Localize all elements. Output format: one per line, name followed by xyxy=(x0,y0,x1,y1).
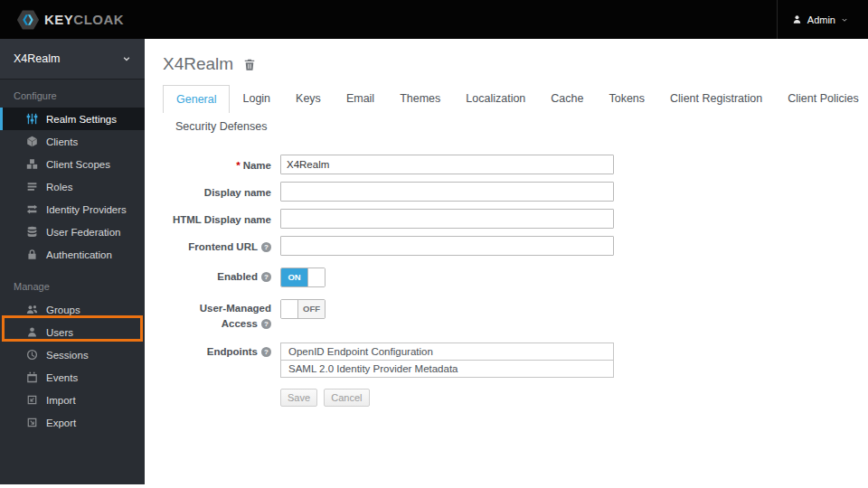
sidebar-item-label: Authentication xyxy=(46,249,112,260)
sidebar: X4Realm ConfigureRealm SettingsClientsCl… xyxy=(0,39,145,484)
realm-selector[interactable]: X4Realm xyxy=(0,39,145,80)
sidebar-item-label: Realm Settings xyxy=(46,114,117,125)
database-icon xyxy=(26,226,38,238)
keycloak-logo-icon xyxy=(16,8,40,32)
html-display-name-label: HTML Display name xyxy=(163,209,271,228)
tab-bar-row2: Security Defenses xyxy=(163,113,868,140)
user-menu-label: Admin xyxy=(807,14,835,25)
sidebar-item-label: Export xyxy=(46,418,76,428)
user-icon xyxy=(26,326,38,338)
html-display-name-input[interactable] xyxy=(280,209,614,229)
frontend-url-label: Frontend URL xyxy=(163,236,271,255)
toggle-off-label: OFF xyxy=(298,300,325,318)
section-title-manage: Manage xyxy=(0,266,145,298)
endpoint-link-2[interactable]: SAML 2.0 Identity Provider Metadata xyxy=(281,361,613,377)
keycloak-logo[interactable]: KEYCLOAK xyxy=(16,8,124,32)
toggle-handle xyxy=(281,300,298,318)
endpoint-link-1[interactable]: OpenID Endpoint Configuration xyxy=(281,343,613,361)
sidebar-item-events[interactable]: Events xyxy=(0,366,145,389)
sidebar-nav: ConfigureRealm SettingsClientsClient Sco… xyxy=(0,80,145,434)
form-row-html-display-name: HTML Display name xyxy=(163,209,868,229)
sidebar-item-authentication[interactable]: Authentication xyxy=(0,243,145,266)
top-bar: KEYCLOAK Admin xyxy=(0,0,868,39)
main-content: X4Realm GeneralLoginKeysEmailThemesLocal… xyxy=(145,39,868,488)
sidebar-item-user-federation[interactable]: User Federation xyxy=(0,221,145,243)
save-button[interactable]: Save xyxy=(280,389,317,407)
help-icon xyxy=(261,319,271,329)
user-managed-access-toggle[interactable]: OFF xyxy=(280,299,326,319)
sidebar-item-client-scopes[interactable]: Client Scopes xyxy=(0,153,145,175)
form-row-enabled: Enabled ON xyxy=(163,266,868,287)
display-name-label: Display name xyxy=(163,182,271,201)
keycloak-logo-text: KEYCLOAK xyxy=(44,12,124,27)
cancel-button[interactable]: Cancel xyxy=(324,389,369,407)
sidebar-item-groups[interactable]: Groups xyxy=(0,298,145,321)
sidebar-item-identity-providers[interactable]: Identity Providers xyxy=(0,198,145,221)
help-icon xyxy=(261,242,271,252)
sidebar-item-export[interactable]: Export xyxy=(0,411,145,434)
sliders-icon xyxy=(26,113,38,125)
tab-themes[interactable]: Themes xyxy=(387,85,453,113)
tab-tokens[interactable]: Tokens xyxy=(596,85,657,113)
lock-icon xyxy=(26,249,38,260)
form-row-name: *Name xyxy=(163,155,868,174)
name-input[interactable] xyxy=(280,155,614,174)
help-icon xyxy=(261,272,271,282)
enabled-toggle[interactable]: ON xyxy=(280,267,326,287)
tab-client-policies[interactable]: Client Policies xyxy=(775,85,868,113)
section-title-configure: Configure xyxy=(0,80,145,108)
sidebar-item-label: Users xyxy=(46,327,73,338)
tab-client-registration[interactable]: Client Registration xyxy=(657,85,775,113)
sidebar-item-label: Events xyxy=(46,372,78,383)
sidebar-item-roles[interactable]: Roles xyxy=(0,175,145,198)
form-row-user-managed-access: User-Managed Access OFF xyxy=(163,297,868,331)
tab-cache[interactable]: Cache xyxy=(538,85,596,113)
sidebar-item-realm-settings[interactable]: Realm Settings xyxy=(0,108,145,130)
clock-icon xyxy=(26,349,38,361)
sidebar-item-label: Sessions xyxy=(46,350,89,361)
name-label: *Name xyxy=(163,155,271,174)
frontend-url-input[interactable] xyxy=(280,236,614,256)
export-icon xyxy=(26,417,38,428)
chevron-down-icon xyxy=(122,54,131,63)
tab-localization[interactable]: Localization xyxy=(453,85,538,113)
realm-selector-label: X4Realm xyxy=(14,52,60,65)
tab-login[interactable]: Login xyxy=(230,85,283,113)
tab-bar: GeneralLoginKeysEmailThemesLocalizationC… xyxy=(163,85,868,113)
toggle-on-label: ON xyxy=(281,268,307,286)
sidebar-item-clients[interactable]: Clients xyxy=(0,130,145,153)
calendar-icon xyxy=(26,371,38,383)
sidebar-item-import[interactable]: Import xyxy=(0,389,145,411)
form-actions-spacer xyxy=(163,389,271,392)
sidebar-item-label: Identity Providers xyxy=(46,204,127,215)
page-title: X4Realm xyxy=(163,54,233,74)
endpoints-label: Endpoints xyxy=(163,341,271,360)
sidebar-item-label: Groups xyxy=(46,305,80,315)
display-name-input[interactable] xyxy=(280,182,614,202)
import-icon xyxy=(26,394,38,406)
tab-general[interactable]: General xyxy=(163,85,230,113)
tab-security-defenses[interactable]: Security Defenses xyxy=(163,113,279,140)
form-row-endpoints: Endpoints OpenID Endpoint ConfigurationS… xyxy=(163,341,868,378)
sidebar-item-label: Import xyxy=(46,395,76,406)
enabled-label: Enabled xyxy=(163,266,271,285)
form-row-display-name: Display name xyxy=(163,182,868,202)
group-icon xyxy=(26,304,38,315)
trash-icon[interactable] xyxy=(243,58,256,71)
realm-settings-form: *Name Display name HTML Display name Fro… xyxy=(163,155,868,407)
tab-keys[interactable]: Keys xyxy=(283,85,334,113)
sidebar-item-label: Client Scopes xyxy=(46,159,110,170)
form-row-frontend-url: Frontend URL xyxy=(163,236,868,256)
form-actions: Save Cancel xyxy=(163,389,868,407)
sidebar-item-label: Clients xyxy=(46,136,78,147)
user-menu[interactable]: Admin xyxy=(777,0,868,39)
sidebar-item-sessions[interactable]: Sessions xyxy=(0,343,145,366)
tab-email[interactable]: Email xyxy=(334,85,387,113)
required-asterisk: * xyxy=(236,160,240,171)
cubes-icon xyxy=(26,158,38,170)
user-managed-access-label: User-Managed Access xyxy=(163,297,271,331)
chevron-down-icon xyxy=(841,16,848,23)
sidebar-item-label: Roles xyxy=(46,182,72,192)
sidebar-item-users[interactable]: Users xyxy=(0,321,145,343)
exchange-arrows-icon xyxy=(26,203,38,215)
